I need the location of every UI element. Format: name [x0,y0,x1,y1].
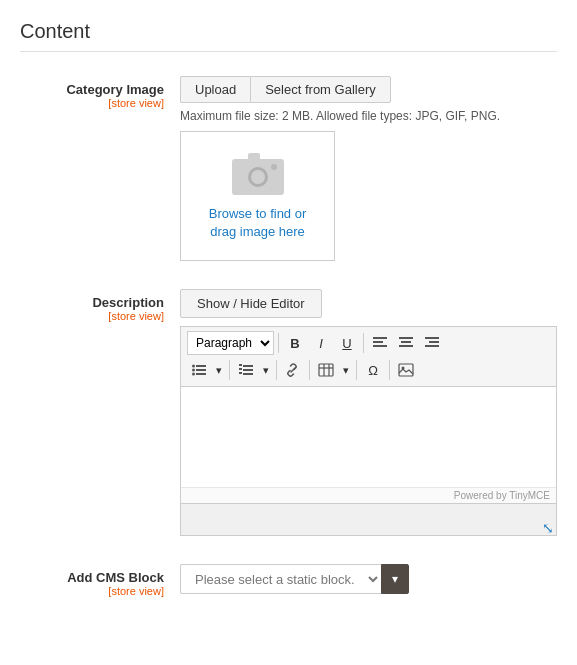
svg-point-16 [192,369,195,372]
image-drop-zone[interactable]: Browse to find or drag image here [180,131,335,261]
svg-rect-15 [196,365,206,367]
category-image-label: Category Image [store view] [20,76,180,109]
svg-rect-23 [243,369,253,371]
chevron-down-icon: ▾ [392,572,398,586]
table-dropdown-button[interactable]: ▾ [340,358,352,382]
editor-source-area: ⤡ [181,503,556,535]
svg-point-14 [192,365,195,368]
toolbar-sep-7 [389,360,390,380]
toolbar-row-2: ▾ ▾ [187,358,550,382]
svg-rect-13 [425,345,439,347]
svg-rect-12 [429,341,439,343]
toolbar-sep-3 [229,360,230,380]
cms-block-row: Add CMS Block [store view] Please select… [20,564,557,597]
editor-footer: Powered by TinyMCE [181,487,556,503]
file-info-text: Maximum file size: 2 MB. Allowed file ty… [180,109,557,123]
browse-text: Browse to find or drag image here [209,205,307,241]
unordered-list-button[interactable] [187,358,211,382]
select-gallery-button[interactable]: Select from Gallery [250,76,391,103]
toolbar-sep-2 [363,333,364,353]
svg-rect-30 [399,364,413,376]
ol-dropdown-button[interactable]: ▾ [260,358,272,382]
show-hide-editor-button[interactable]: Show / Hide Editor [180,289,322,318]
align-left-icon [373,337,387,349]
svg-rect-26 [319,364,333,376]
toolbar-sep-6 [356,360,357,380]
editor-toolbar: Paragraph B I U [181,327,556,387]
toolbar-sep-1 [278,333,279,353]
svg-point-4 [271,164,277,170]
camera-icon [230,151,286,197]
omega-button[interactable]: Ω [361,358,385,382]
align-left-button[interactable] [368,331,392,355]
svg-rect-21 [243,365,253,367]
insert-image-button[interactable] [394,358,418,382]
cms-block-label: Add CMS Block [store view] [20,564,180,597]
svg-rect-25 [243,373,253,375]
image-button-group: Upload Select from Gallery [180,76,557,103]
upload-button[interactable]: Upload [180,76,250,103]
svg-point-2 [251,170,265,184]
svg-rect-3 [248,153,260,161]
table-button[interactable] [314,358,338,382]
svg-rect-9 [401,341,411,343]
svg-rect-7 [373,345,387,347]
page-title: Content [20,20,557,52]
svg-rect-19 [196,373,206,375]
toolbar-sep-5 [309,360,310,380]
svg-rect-5 [373,337,387,339]
insert-image-icon [398,363,414,377]
cms-select-wrapper: Please select a static block. ▾ [180,564,557,594]
description-row: Description [store view] Show / Hide Edi… [20,289,557,536]
editor-wrapper: Paragraph B I U [180,326,557,536]
align-right-icon [425,337,439,349]
svg-rect-8 [399,337,413,339]
align-right-button[interactable] [420,331,444,355]
description-label: Description [store view] [20,289,180,322]
toolbar-row-1: Paragraph B I U [187,331,550,355]
svg-rect-6 [373,341,383,343]
ol-icon [239,364,253,376]
svg-rect-20 [239,364,242,366]
svg-rect-17 [196,369,206,371]
ul-icon [192,364,206,376]
category-image-row: Category Image [store view] Upload Selec… [20,76,557,261]
cms-select-arrow-button[interactable]: ▾ [381,564,409,594]
svg-rect-24 [239,372,242,374]
svg-point-18 [192,373,195,376]
paragraph-select[interactable]: Paragraph [187,331,274,355]
ordered-list-button[interactable] [234,358,258,382]
svg-rect-10 [399,345,413,347]
bold-button[interactable]: B [283,331,307,355]
editor-body[interactable] [181,387,556,487]
ul-dropdown-button[interactable]: ▾ [213,358,225,382]
link-button[interactable] [281,358,305,382]
resize-handle[interactable]: ⤡ [542,521,554,533]
cms-block-select[interactable]: Please select a static block. [180,564,381,594]
category-image-content: Upload Select from Gallery Maximum file … [180,76,557,261]
svg-rect-11 [425,337,439,339]
toolbar-sep-4 [276,360,277,380]
link-icon [285,363,301,377]
cms-block-content: Please select a static block. ▾ [180,564,557,594]
underline-button[interactable]: U [335,331,359,355]
italic-button[interactable]: I [309,331,333,355]
table-icon [318,363,334,377]
align-center-icon [399,337,413,349]
svg-rect-22 [239,368,242,370]
description-content: Show / Hide Editor Paragraph B I U [180,289,557,536]
align-center-button[interactable] [394,331,418,355]
